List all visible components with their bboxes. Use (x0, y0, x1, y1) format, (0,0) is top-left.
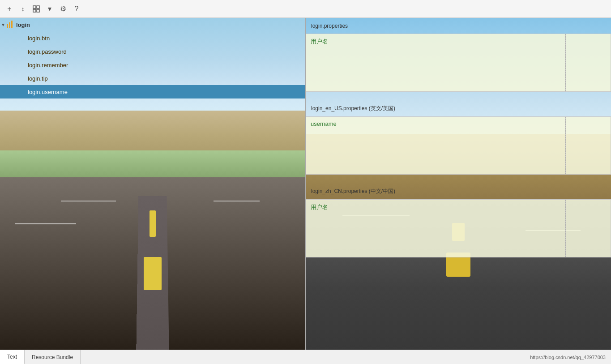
tab-text[interactable]: Text (0, 350, 25, 364)
bottom-bar: Text Resource Bundle https://blog.csdn.n… (0, 350, 611, 364)
main-area: ▾ login login.btn login.password login.r… (0, 18, 611, 350)
tree-item-label: login.password (28, 48, 67, 55)
right-panel: login.properties 用户名 login_en_US.propert… (306, 18, 611, 350)
section-title-login: login.properties (311, 23, 348, 29)
section-content-zh-cn[interactable]: 用户名 (306, 199, 611, 257)
svg-rect-3 (37, 9, 39, 12)
file-icon (18, 48, 25, 55)
help-button[interactable]: ? (71, 3, 82, 15)
property-value-login: 用户名 (311, 38, 328, 45)
section-content-login[interactable]: 用户名 (306, 34, 611, 92)
settings-button[interactable]: ⚙ (57, 3, 69, 15)
file-icon (18, 75, 25, 82)
group-button[interactable] (30, 3, 42, 15)
properties-panel: login.properties 用户名 login_en_US.propert… (306, 18, 611, 350)
chevron-down-icon: ▾ (2, 22, 4, 28)
section-divider (565, 34, 566, 91)
section-content-en-us[interactable]: username (306, 116, 611, 175)
properties-icon (6, 21, 13, 28)
tree-item-login-password[interactable]: login.password (0, 45, 305, 58)
tab-text-label: Text (7, 354, 17, 360)
left-panel: ▾ login login.btn login.password login.r… (0, 18, 306, 350)
section-header-en-us: login_en_US.properties (英文/美国) (306, 101, 611, 116)
tree-item-label: login.tip (28, 75, 48, 82)
tab-resource-bundle-label: Resource Bundle (32, 354, 73, 360)
property-value-zh-cn: 用户名 (311, 204, 328, 210)
sort-button[interactable]: ↕ (17, 3, 29, 15)
tree-item-login-remember[interactable]: login.remember (0, 58, 305, 72)
property-section-en-us: login_en_US.properties (英文/美国) username (306, 101, 611, 175)
property-value-en-us: username (311, 120, 337, 127)
spacer-2 (306, 178, 611, 184)
tree-item-login-username[interactable]: login.username (0, 85, 305, 98)
file-icon (18, 88, 25, 95)
tree-item-label: login.username (28, 89, 68, 95)
tree-item-label: login.remember (28, 62, 68, 69)
section-divider-2 (565, 117, 566, 174)
add-button[interactable]: + (4, 3, 15, 15)
svg-rect-0 (33, 6, 36, 9)
svg-rect-1 (37, 6, 39, 9)
dropdown-button[interactable]: ▾ (44, 3, 56, 15)
section-title-zh-cn: login_zh_CN.properties (中文/中国) (311, 188, 395, 195)
section-divider-3 (565, 200, 566, 257)
tree-item-login-btn[interactable]: login.btn (0, 31, 305, 45)
tree-root-login[interactable]: ▾ login (0, 18, 305, 31)
property-section-zh-cn: login_zh_CN.properties (中文/中国) 用户名 (306, 184, 611, 257)
toolbar: + ↕ ▾ ⚙ ? (0, 0, 611, 18)
file-icon (18, 34, 25, 42)
section-header-zh-cn: login_zh_CN.properties (中文/中国) (306, 184, 611, 199)
status-bar: https://blog.csdn.net/qq_42977003 (530, 350, 611, 364)
svg-rect-2 (33, 9, 36, 12)
file-icon (18, 61, 25, 69)
section-title-en-us: login_en_US.properties (英文/美国) (311, 105, 395, 112)
tab-resource-bundle[interactable]: Resource Bundle (25, 350, 81, 364)
status-url: https://blog.csdn.net/qq_42977003 (530, 355, 606, 360)
tree-root-label: login (16, 21, 30, 28)
section-header-login: login.properties (306, 18, 611, 34)
tree-item-login-tip[interactable]: login.tip (0, 72, 305, 85)
spacer-1 (306, 95, 611, 101)
property-section-login: login.properties 用户名 (306, 18, 611, 92)
tree-item-label: login.btn (28, 35, 50, 42)
